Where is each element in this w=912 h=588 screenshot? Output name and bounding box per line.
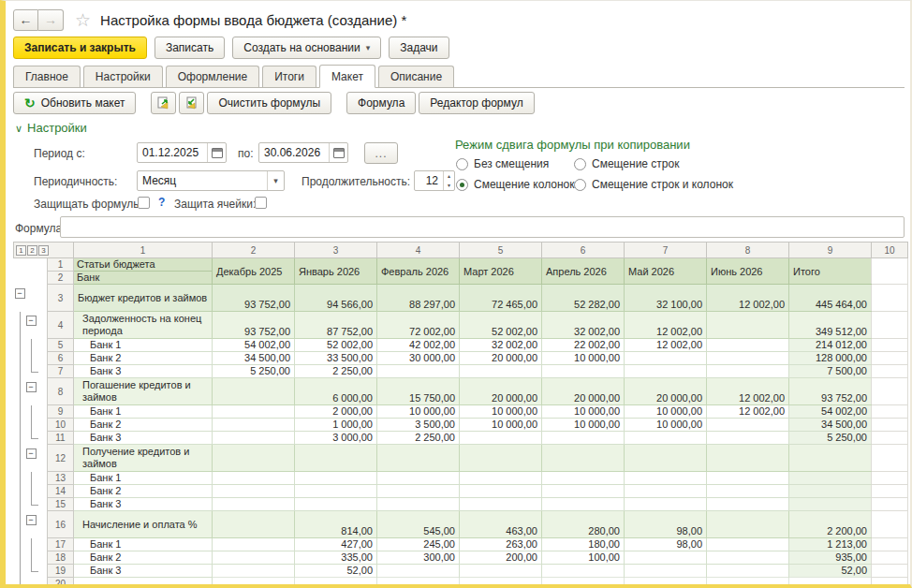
cell[interactable] xyxy=(213,578,295,586)
column-header[interactable]: 7 xyxy=(625,243,707,258)
month-header-cell[interactable]: Итого xyxy=(789,258,872,285)
cell[interactable] xyxy=(213,445,295,472)
radio-shift-rows[interactable]: Смещение строк xyxy=(574,157,679,170)
column-header[interactable]: 10 xyxy=(872,243,908,258)
cell[interactable]: 2 250,00 xyxy=(295,365,377,378)
row-number[interactable]: 4 xyxy=(48,312,74,339)
cell[interactable]: 280,00 xyxy=(542,511,625,538)
cell[interactable]: 52,00 xyxy=(295,565,377,578)
cell[interactable] xyxy=(213,419,295,432)
cell[interactable] xyxy=(707,432,789,445)
row-label-cell[interactable]: Бюджет кредитов и займов xyxy=(74,285,213,312)
row-label-cell[interactable]: Начисление и оплата % xyxy=(74,511,213,538)
cell[interactable] xyxy=(625,565,707,578)
period-from-input[interactable]: 01.12.2025 xyxy=(137,142,227,163)
cell[interactable]: 72 002,00 xyxy=(377,312,460,339)
cell[interactable] xyxy=(460,472,542,485)
cell[interactable] xyxy=(460,498,542,511)
row-number[interactable]: 6 xyxy=(48,352,74,365)
row-label-cell[interactable]: Банк 1 xyxy=(74,472,213,485)
cell[interactable]: 214 012,00 xyxy=(789,339,872,352)
month-header-cell[interactable]: Июнь 2026 xyxy=(707,258,789,285)
group-level-button[interactable]: 2 xyxy=(27,245,37,256)
cell[interactable] xyxy=(707,365,789,378)
cell[interactable]: 54 002,00 xyxy=(789,405,872,419)
cell[interactable] xyxy=(213,485,295,498)
cell[interactable] xyxy=(625,498,707,511)
formula-editor-button[interactable]: Редактор формул xyxy=(419,92,534,114)
cell[interactable] xyxy=(542,565,625,578)
cell[interactable] xyxy=(707,339,789,352)
spreadsheet[interactable]: 123123456789101Статьи бюджетаДекабрь 202… xyxy=(13,242,910,585)
cell[interactable]: 32 002,00 xyxy=(460,339,542,352)
cell[interactable] xyxy=(872,498,908,511)
cell[interactable]: 3 000,00 xyxy=(295,432,377,445)
row-number[interactable]: 16 xyxy=(48,511,74,538)
cell[interactable] xyxy=(707,565,789,578)
cell[interactable]: 33 500,00 xyxy=(295,352,377,365)
cell[interactable]: 349 512,00 xyxy=(789,312,872,339)
cell[interactable] xyxy=(377,485,460,498)
cell[interactable] xyxy=(377,498,460,511)
collapse-group-icon[interactable]: − xyxy=(15,288,25,299)
cell[interactable]: 30 000,00 xyxy=(377,352,460,365)
cell[interactable] xyxy=(872,312,908,339)
cell[interactable] xyxy=(789,485,872,498)
cell[interactable] xyxy=(295,498,377,511)
group-level-button[interactable]: 1 xyxy=(16,245,26,256)
row-number[interactable]: 3 xyxy=(48,285,74,312)
cell[interactable]: 445 464,00 xyxy=(789,285,872,312)
row-label-cell[interactable]: Банк 1 xyxy=(74,339,213,352)
cell[interactable] xyxy=(872,405,908,419)
cell[interactable] xyxy=(542,365,625,378)
cell[interactable] xyxy=(542,445,625,472)
cell[interactable]: 3 500,00 xyxy=(377,419,460,432)
cell[interactable]: 814,00 xyxy=(295,511,377,538)
row-label-cell[interactable]: Банк 1 xyxy=(74,405,213,419)
cell[interactable] xyxy=(707,445,789,472)
cell[interactable]: 88 297,00 xyxy=(377,285,460,312)
cell[interactable]: 72 465,00 xyxy=(460,285,542,312)
cell[interactable] xyxy=(625,365,707,378)
column-header[interactable]: 5 xyxy=(460,243,542,258)
formula-input[interactable] xyxy=(60,216,905,238)
row-number[interactable]: 9 xyxy=(48,405,74,419)
cell[interactable]: 463,00 xyxy=(460,511,542,538)
cell[interactable]: 93 752,00 xyxy=(213,312,295,339)
row-number[interactable]: 1 xyxy=(48,258,74,272)
cell[interactable] xyxy=(789,472,872,485)
duration-stepper[interactable]: 12 ▴▾ xyxy=(414,170,455,191)
row-number[interactable]: 19 xyxy=(48,565,74,578)
refresh-layout-button[interactable]: ↻ Обновить макет xyxy=(13,92,136,114)
protect-formulas-checkbox[interactable] xyxy=(138,197,150,209)
tab-glavnoe[interactable]: Главное xyxy=(13,66,81,87)
cell[interactable]: 52 282,00 xyxy=(542,285,625,312)
cell[interactable] xyxy=(707,578,789,586)
cell[interactable]: 12 002,00 xyxy=(707,285,789,312)
row-number[interactable]: 7 xyxy=(48,365,74,378)
cell[interactable]: 100,00 xyxy=(542,551,625,565)
row-number[interactable]: 17 xyxy=(48,538,74,551)
cell[interactable]: 10 000,00 xyxy=(542,405,625,419)
row-number[interactable]: 2 xyxy=(48,272,74,285)
column-header[interactable]: 1 xyxy=(74,243,213,258)
cell[interactable] xyxy=(789,498,872,511)
cell[interactable] xyxy=(625,578,707,586)
cell[interactable] xyxy=(707,352,789,365)
cell[interactable] xyxy=(213,405,295,419)
cell[interactable] xyxy=(213,551,295,565)
cell[interactable]: 427,00 xyxy=(295,538,377,551)
cell[interactable]: 34 500,00 xyxy=(213,352,295,365)
cell[interactable]: 20 000,00 xyxy=(460,378,542,405)
row-label-cell[interactable]: Банк 2 xyxy=(74,485,213,498)
cell[interactable]: 1 213,00 xyxy=(789,538,872,551)
cell[interactable]: 52 002,00 xyxy=(460,312,542,339)
cell[interactable] xyxy=(872,365,908,378)
row-label-cell[interactable]: Получение кредитов и займов xyxy=(74,445,213,472)
cell[interactable]: 10 000,00 xyxy=(625,405,707,419)
cell[interactable] xyxy=(213,472,295,485)
periodicity-select[interactable]: Месяц ▾ xyxy=(137,170,285,191)
cell[interactable]: 12 002,00 xyxy=(707,378,789,405)
cell[interactable] xyxy=(295,445,377,472)
spin-up-icon[interactable]: ▴ xyxy=(444,171,454,181)
